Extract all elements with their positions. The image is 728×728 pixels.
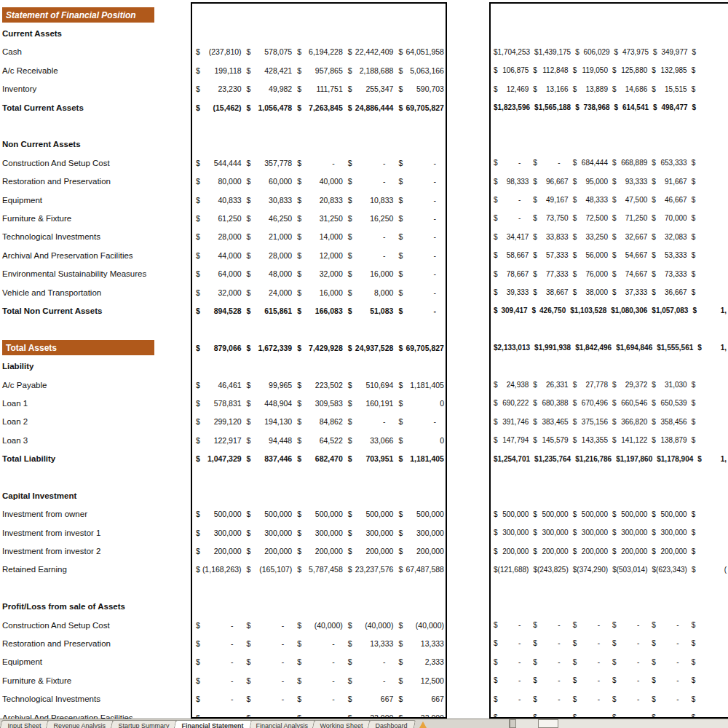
spreadsheet-cell[interactable]: $1,103,528	[567, 301, 608, 320]
row-label-vehicle-and-transportation[interactable]: Vehicle and Transportation	[0, 283, 189, 301]
spreadsheet-cell[interactable]: $-	[530, 634, 569, 652]
spreadsheet-cell[interactable]: $428,421	[243, 61, 294, 79]
spreadsheet-cell[interactable]: $5,787,458	[293, 561, 344, 579]
spreadsheet-cell[interactable]: $200,000	[570, 542, 609, 560]
spreadsheet-cell[interactable]: $-	[570, 671, 609, 689]
spreadsheet-cell[interactable]: $2,188,688	[344, 61, 395, 79]
spreadsheet-cell[interactable]: $8,000	[344, 283, 395, 301]
spreadsheet-cell[interactable]: $653,333	[649, 154, 688, 172]
spreadsheet-cell[interactable]: $-	[293, 634, 344, 652]
spreadsheet-cell[interactable]: $300,000	[243, 523, 294, 542]
spreadsheet-cell[interactable]: $58,667	[491, 246, 530, 264]
spreadsheet-cell[interactable]: $1,704,253	[491, 43, 531, 61]
spreadsheet-cell[interactable]: $(15,462)	[192, 98, 243, 116]
horizontal-scrollbar[interactable]	[509, 719, 728, 728]
spreadsheet-cell[interactable]: $500,000	[570, 505, 609, 523]
spreadsheet-cell[interactable]: $1,565,188	[531, 98, 572, 116]
spreadsheet-cell[interactable]: $38,000	[570, 283, 609, 301]
spreadsheet-cell[interactable]: $46,250	[243, 209, 294, 227]
spreadsheet-cell[interactable]: $668,889	[609, 154, 649, 172]
spreadsheet-cell[interactable]: $-	[530, 154, 569, 172]
spreadsheet-cell[interactable]: $28,000	[192, 228, 243, 246]
spreadsheet-cell[interactable]: $-	[192, 634, 243, 652]
spreadsheet-cell[interactable]: $(40,000)	[344, 616, 395, 634]
spreadsheet-cell[interactable]: $47,500	[609, 191, 649, 209]
spreadsheet-cell[interactable]: $73,333	[649, 264, 688, 282]
row-label-restoration-and-preservation[interactable]: Restoration and Preservation	[0, 634, 189, 652]
spreadsheet-cell[interactable]: $36,667	[649, 283, 688, 301]
spreadsheet-cell[interactable]: $145,579	[530, 431, 569, 449]
spreadsheet-cell[interactable]: $99,965	[243, 376, 294, 394]
row-label-capital-investment[interactable]: Capital Investment	[0, 486, 189, 505]
spreadsheet-cell[interactable]: $24,886,444	[344, 98, 395, 116]
spreadsheet-cell[interactable]: $1,235,764	[531, 449, 572, 467]
row-label-inventory[interactable]: Inventory	[0, 80, 189, 98]
spreadsheet-cell[interactable]: $-	[395, 283, 446, 301]
spreadsheet-cell[interactable]: $34,417	[491, 228, 530, 246]
spreadsheet-cell[interactable]: $-	[570, 689, 609, 708]
spreadsheet-cell[interactable]: $1,178,904	[654, 449, 695, 467]
spreadsheet-cell[interactable]: $-	[395, 301, 446, 320]
spreadsheet-cell[interactable]: $73,750	[530, 209, 569, 227]
spreadsheet-cell[interactable]: $40,833	[192, 191, 243, 209]
spreadsheet-cell[interactable]: $500,000	[243, 505, 294, 523]
spreadsheet-cell[interactable]: $14,686	[609, 80, 649, 98]
spreadsheet-cell[interactable]: $13,333	[344, 634, 395, 652]
spreadsheet-cell[interactable]: $-	[192, 616, 243, 634]
row-label-investment-from-investor-2[interactable]: Investment from investor 2	[0, 542, 189, 560]
spreadsheet-cell[interactable]: $16,000	[293, 283, 344, 301]
spreadsheet-cell[interactable]: $894,528	[192, 301, 243, 320]
spreadsheet-cell[interactable]: $194,130	[243, 413, 294, 431]
row-label-loan-2[interactable]: Loan 2	[0, 413, 189, 431]
spreadsheet-cell[interactable]: $23,230	[192, 80, 243, 98]
spreadsheet-cell[interactable]: $57,333	[530, 246, 569, 264]
spreadsheet-cell[interactable]: $6,194,228	[293, 43, 344, 61]
spreadsheet-cell[interactable]: $498,477	[650, 98, 689, 116]
spreadsheet-cell[interactable]: $20,833	[293, 191, 344, 209]
spreadsheet-cell[interactable]: $-	[530, 671, 569, 689]
spreadsheet-cell[interactable]: $54,667	[609, 246, 649, 264]
spreadsheet-cell[interactable]: $500,000	[192, 505, 243, 523]
spreadsheet-cell[interactable]: $1,057,083	[649, 301, 689, 320]
spreadsheet-cell[interactable]: $-	[570, 653, 609, 671]
spreadsheet-cell[interactable]: $24,937,528	[344, 339, 395, 357]
spreadsheet-cell[interactable]: $-	[609, 616, 649, 634]
spreadsheet-cell[interactable]: $94,448	[243, 431, 294, 449]
spreadsheet-cell[interactable]: $358,456	[649, 413, 688, 431]
spreadsheet-cell[interactable]: $	[689, 209, 728, 227]
spreadsheet-cell[interactable]: $-	[649, 653, 688, 671]
row-label-current-assets[interactable]: Current Assets	[0, 24, 189, 42]
spreadsheet-cell[interactable]: $1,	[689, 301, 728, 320]
spreadsheet-cell[interactable]: $680,388	[530, 394, 569, 412]
row-label-a-c-payable[interactable]: A/c Payable	[0, 376, 189, 394]
spreadsheet-cell[interactable]: $1,197,860	[613, 449, 654, 467]
spreadsheet-cell[interactable]: $32,667	[609, 228, 649, 246]
spreadsheet-cell[interactable]: $48,333	[570, 191, 609, 209]
spreadsheet-cell[interactable]: $-	[491, 653, 530, 671]
spreadsheet-cell[interactable]: $578,075	[243, 43, 294, 61]
spreadsheet-cell[interactable]: $	[689, 394, 728, 412]
spreadsheet-cell[interactable]: $200,000	[344, 542, 395, 560]
spreadsheet-cell[interactable]: $375,156	[570, 413, 609, 431]
spreadsheet-cell[interactable]: $837,446	[243, 449, 294, 467]
sheet-tab-financial-statement[interactable]: Financial Statement	[172, 720, 251, 728]
spreadsheet-cell[interactable]: $80,000	[192, 173, 243, 191]
spreadsheet-cell[interactable]: $46,667	[649, 191, 688, 209]
row-label-equipment[interactable]: Equipment	[0, 191, 189, 209]
spreadsheet-cell[interactable]: $2,333	[395, 653, 446, 671]
spreadsheet-cell[interactable]: $1,694,846	[613, 339, 654, 357]
spreadsheet-cell[interactable]: $-	[293, 689, 344, 708]
spreadsheet-cell[interactable]: $132,985	[649, 61, 688, 79]
spreadsheet-cell[interactable]: $46,461	[192, 376, 243, 394]
spreadsheet-cell[interactable]: $96,667	[530, 173, 569, 191]
spreadsheet-cell[interactable]: $-	[530, 653, 569, 671]
spreadsheet-cell[interactable]: $299,120	[192, 413, 243, 431]
spreadsheet-cell[interactable]: $200,000	[192, 542, 243, 560]
spreadsheet-cell[interactable]: $-	[243, 634, 294, 652]
row-label-retained-earning[interactable]: Retained Earning	[0, 561, 189, 579]
sheet-tab-revenue-analysis[interactable]: Revenue Analysis	[44, 720, 114, 728]
row-label-loan-3[interactable]: Loan 3	[0, 431, 189, 449]
spreadsheet-cell[interactable]: $1,555,561	[654, 339, 695, 357]
spreadsheet-cell[interactable]: $1,842,496	[572, 339, 613, 357]
spreadsheet-cell[interactable]: $24,938	[491, 376, 530, 394]
